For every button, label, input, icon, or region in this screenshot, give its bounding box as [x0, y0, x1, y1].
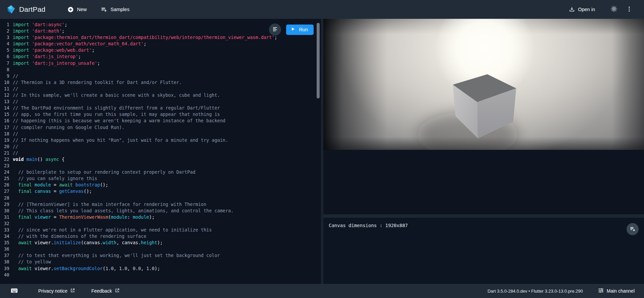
- code-line[interactable]: 38 // to yellow: [0, 259, 321, 265]
- app-title: DartPad: [19, 5, 45, 13]
- line-number: 6: [0, 53, 13, 60]
- theme-toggle-button[interactable]: [608, 3, 620, 15]
- code-line[interactable]: 34 // with the dimensions of the renderi…: [0, 233, 321, 240]
- line-number: 29: [0, 201, 13, 208]
- line-number: 28: [0, 195, 13, 201]
- keyboard-shortcuts-button[interactable]: [8, 285, 20, 297]
- code-line[interactable]: 40: [0, 272, 321, 278]
- code-line[interactable]: 30 // This class lets you load assets, l…: [0, 208, 321, 214]
- line-number: 10: [0, 79, 13, 86]
- line-number: 20: [0, 143, 13, 150]
- feedback-link[interactable]: Feedback: [91, 288, 119, 294]
- line-number: 15: [0, 111, 13, 118]
- download-icon: [569, 6, 575, 12]
- line-number: 37: [0, 252, 13, 259]
- code-line[interactable]: 9//: [0, 73, 321, 79]
- code-line[interactable]: 17// compiler running on Google Cloud Ru…: [0, 124, 321, 131]
- play-icon: [290, 27, 296, 33]
- line-number: 5: [0, 47, 13, 53]
- line-number: 24: [0, 169, 13, 175]
- privacy-notice-link[interactable]: Privacy notice: [38, 288, 75, 294]
- code-line[interactable]: 18//: [0, 131, 321, 137]
- code-line[interactable]: 26 final module = await bootstrap();: [0, 182, 321, 188]
- console-resize-handle[interactable]: [323, 214, 644, 218]
- line-number: 34: [0, 233, 13, 240]
- new-button[interactable]: New: [67, 3, 87, 15]
- line-number: 1: [0, 22, 13, 28]
- code-line[interactable]: 36: [0, 246, 321, 252]
- code-line[interactable]: 8: [0, 67, 321, 73]
- code-line[interactable]: 13//: [0, 98, 321, 105]
- open-in-label: Open in: [578, 7, 595, 12]
- code-line[interactable]: 23: [0, 163, 321, 169]
- line-number: 38: [0, 259, 13, 265]
- code-line[interactable]: 4import 'package:vector_math/vector_math…: [0, 41, 321, 47]
- render-canvas[interactable]: [323, 19, 644, 150]
- channel-label: Main channel: [607, 288, 635, 294]
- code-line[interactable]: 19// If nothing happens when you hit "Ru…: [0, 137, 321, 143]
- line-number: 35: [0, 240, 13, 246]
- code-line[interactable]: 31 final viewer = ThermionViewerWasm(mod…: [0, 214, 321, 220]
- code-editor[interactable]: 1import 'dart:async';2import 'dart:math'…: [0, 19, 321, 284]
- code-line[interactable]: 37 // to test that everything is working…: [0, 252, 321, 259]
- panel-resize-handle[interactable]: [321, 19, 323, 284]
- code-line[interactable]: 6import 'dart:js_interop';: [0, 53, 321, 60]
- run-button[interactable]: Run: [286, 25, 314, 35]
- code-line[interactable]: 27 final canvas = getCanvas();: [0, 188, 321, 195]
- line-number: 17: [0, 124, 13, 131]
- line-number: 12: [0, 92, 13, 98]
- status-bar: Privacy notice Feedback Dart 3.5.0-284.0…: [0, 284, 644, 298]
- line-number: 19: [0, 137, 13, 143]
- code-line[interactable]: 5import 'package:web/web.dart';: [0, 47, 321, 53]
- line-number: 33: [0, 227, 13, 233]
- clear-console-icon: [629, 225, 636, 233]
- main-split: 1import 'dart:async';2import 'dart:math'…: [0, 19, 644, 284]
- playlist-add-icon: [101, 6, 107, 13]
- line-number: 31: [0, 214, 13, 220]
- version-info: Dart 3.5.0-284.0.dev • Flutter 3.23.0-13…: [487, 289, 583, 294]
- code-line[interactable]: 24 // boilerplate to setup our rendering…: [0, 169, 321, 175]
- line-number: 39: [0, 265, 13, 272]
- code-line[interactable]: 7import 'dart:js_interop_unsafe';: [0, 60, 321, 67]
- code-line[interactable]: 16// happening (this is because we aren'…: [0, 118, 321, 124]
- code-line[interactable]: 28: [0, 195, 321, 201]
- overflow-menu-button[interactable]: [623, 3, 635, 15]
- samples-button[interactable]: Samples: [101, 3, 129, 15]
- clear-console-button[interactable]: [627, 223, 639, 235]
- line-number: 25: [0, 175, 13, 182]
- code-line[interactable]: 22void main() async {: [0, 156, 321, 163]
- line-number: 30: [0, 208, 13, 214]
- code-line[interactable]: 32: [0, 220, 321, 227]
- render-canvas-panel: [323, 19, 644, 214]
- line-number: 26: [0, 182, 13, 188]
- editor-scrollbar[interactable]: [317, 23, 320, 98]
- line-number: 16: [0, 118, 13, 124]
- open-in-button[interactable]: Open in: [569, 3, 595, 15]
- code-line[interactable]: 15// app, so the first time you run this…: [0, 111, 321, 118]
- line-number: 3: [0, 34, 13, 41]
- code-line[interactable]: 20//: [0, 143, 321, 150]
- line-number: 23: [0, 163, 13, 169]
- channel-selector-button[interactable]: Main channel: [598, 287, 635, 295]
- add-circle-icon: [67, 6, 74, 13]
- line-number: 36: [0, 246, 13, 252]
- code-line[interactable]: 25 // you can safely ignore this: [0, 175, 321, 182]
- code-line[interactable]: 39 await viewer.setBackgroundColor(1.0, …: [0, 265, 321, 272]
- line-number: 11: [0, 86, 13, 92]
- line-number: 22: [0, 156, 13, 163]
- code-line[interactable]: 14// The DartPad environment is slightly…: [0, 105, 321, 111]
- code-line[interactable]: 35 await viewer.initialize(canvas.width,…: [0, 240, 321, 246]
- code-line[interactable]: 33 // since we're not in a Flutter appli…: [0, 227, 321, 233]
- line-number: 27: [0, 188, 13, 195]
- code-line[interactable]: 21//: [0, 150, 321, 156]
- feedback-label: Feedback: [91, 288, 112, 294]
- line-number: 13: [0, 98, 13, 105]
- code-line[interactable]: 29 // [ThermionViewer] is the main inter…: [0, 201, 321, 208]
- format-align-icon: [272, 26, 278, 33]
- code-line[interactable]: 11//: [0, 86, 321, 92]
- code-line[interactable]: 12// In this sample, we'll create a basi…: [0, 92, 321, 98]
- output-panel: Canvas dimensions : 644x298: [323, 19, 644, 284]
- format-button[interactable]: [269, 24, 281, 36]
- run-button-label: Run: [299, 27, 308, 32]
- code-line[interactable]: 10// Thermion is a 3D rendering toolkit …: [0, 79, 321, 86]
